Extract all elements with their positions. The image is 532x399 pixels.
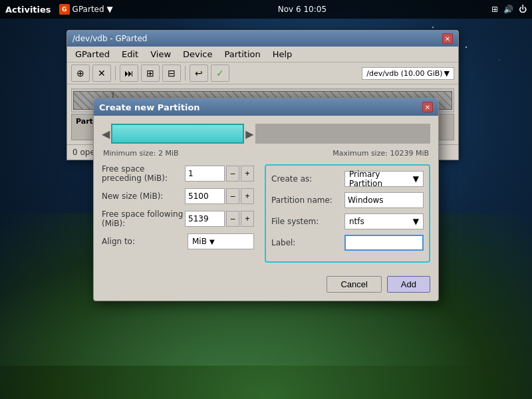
partition-name-input[interactable]: Windows [344, 192, 424, 208]
dialog-close-button[interactable]: ✕ [422, 102, 433, 112]
min-size-label: Minimum size: 2 MiB [103, 149, 179, 158]
right-column: Create as: Primary Partition ▼ Partition… [265, 164, 430, 263]
dialog-titlebar: Create new Partition ✕ [94, 98, 438, 116]
create-as-row: Create as: Primary Partition ▼ [271, 171, 424, 187]
free-space-following-controls: 5139 – + [185, 211, 254, 227]
filesystem-arrow: ▼ [413, 217, 419, 226]
free-space-preceding-label: Free space preceding (MiB): [102, 164, 185, 183]
new-size-label: New size (MiB): [102, 192, 185, 201]
create-as-arrow: ▼ [413, 174, 419, 184]
partition-name-label: Partition name: [271, 196, 344, 205]
new-size-value[interactable]: 5100 [185, 188, 225, 204]
free-space-following-increase[interactable]: + [241, 211, 254, 227]
dialog-columns: Free space preceding (MiB): 1 – + New si… [102, 164, 430, 263]
cancel-button[interactable]: Cancel [327, 276, 381, 293]
pv-right-arrow[interactable]: ▶ [245, 128, 253, 140]
free-space-preceding-decrease[interactable]: – [226, 166, 239, 182]
align-to-row: Align to: MiB ▼ [102, 233, 254, 249]
filesystem-row: File system: ntfs ▼ [271, 213, 424, 229]
filesystem-value: ntfs [349, 217, 364, 226]
label-row: Label: [271, 235, 424, 251]
free-space-following-value[interactable]: 5139 [185, 211, 225, 227]
align-to-arrow: ▼ [209, 238, 215, 245]
add-button[interactable]: Add [387, 276, 430, 293]
partition-name-control: Windows [344, 192, 424, 208]
create-partition-dialog: Create new Partition ✕ ◀ ▶ Minimum size:… [93, 98, 439, 301]
dialog-buttons: Cancel Add [94, 271, 438, 301]
pv-left-arrow[interactable]: ◀ [102, 128, 110, 140]
partition-visual: ◀ ▶ [102, 124, 430, 144]
align-to-select[interactable]: MiB ▼ [188, 233, 254, 249]
create-as-control: Primary Partition ▼ [344, 171, 424, 187]
free-space-preceding-value[interactable]: 1 [185, 166, 225, 182]
label-field-label: Label: [271, 238, 344, 247]
free-space-following-decrease[interactable]: – [226, 211, 239, 227]
new-size-row: New size (MiB): 5100 – + [102, 188, 254, 204]
free-space-following-row: Free space following (MiB): 5139 – + [102, 209, 254, 228]
align-to-value: MiB [192, 237, 207, 246]
label-input[interactable] [344, 235, 424, 251]
create-as-label: Create as: [271, 174, 344, 184]
left-column: Free space preceding (MiB): 1 – + New si… [102, 164, 259, 263]
remaining-space-visual [255, 124, 430, 144]
dialog-title: Create new Partition [99, 102, 200, 112]
dialog-overlay: Create new Partition ✕ ◀ ▶ Minimum size:… [0, 0, 532, 399]
partition-name-value: Windows [348, 196, 384, 205]
dialog-body: ◀ ▶ Minimum size: 2 MiB Maximum size: 10… [94, 116, 438, 271]
free-space-following-label: Free space following (MiB): [102, 209, 185, 228]
create-as-select[interactable]: Primary Partition ▼ [344, 171, 424, 187]
max-size-label: Maximum size: 10239 MiB [332, 149, 429, 158]
new-partition-visual [111, 124, 244, 144]
align-to-controls: MiB ▼ [188, 233, 254, 249]
align-to-label: Align to: [102, 237, 188, 246]
filesystem-select[interactable]: ntfs ▼ [344, 213, 424, 229]
new-size-controls: 5100 – + [185, 188, 254, 204]
size-info: Minimum size: 2 MiB Maximum size: 10239 … [102, 149, 430, 158]
new-size-decrease[interactable]: – [226, 188, 239, 204]
partition-name-row: Partition name: Windows [271, 192, 424, 208]
filesystem-control: ntfs ▼ [344, 213, 424, 229]
free-space-preceding-row: Free space preceding (MiB): 1 – + [102, 164, 254, 183]
free-space-preceding-controls: 1 – + [185, 166, 254, 182]
filesystem-label: File system: [271, 217, 344, 226]
new-size-increase[interactable]: + [241, 188, 254, 204]
create-as-value: Primary Partition [349, 170, 410, 188]
label-control [344, 235, 424, 251]
free-space-preceding-increase[interactable]: + [241, 166, 254, 182]
